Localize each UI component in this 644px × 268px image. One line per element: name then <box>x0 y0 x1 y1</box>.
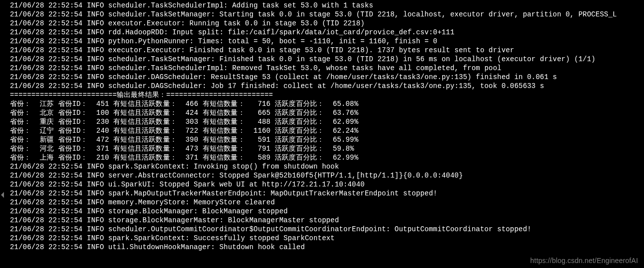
log-line: 省份： 重庆 省份ID： 230 有短信且活跃数量： 303 有短信数量： 48… <box>10 117 644 126</box>
log-line: 21/06/28 22:52:54 INFO scheduler.DAGSche… <box>10 73 644 82</box>
log-line: 21/06/28 22:52:54 INFO scheduler.OutputC… <box>10 225 644 234</box>
log-line: =========================输出最终结果：========… <box>10 90 644 99</box>
log-line: 21/06/28 22:52:54 INFO spark.MapOutputTr… <box>10 189 644 198</box>
log-line: 省份： 上海 省份ID： 210 有短信且活跃数量： 371 有短信数量： 58… <box>10 153 644 162</box>
log-line: 21/06/28 22:52:54 INFO util.ShutdownHook… <box>10 243 644 252</box>
log-line: 21/06/28 22:52:54 INFO spark.SparkContex… <box>10 162 644 171</box>
log-line: 21/06/28 22:52:54 INFO scheduler.TaskSet… <box>10 10 644 19</box>
svg-marker-0 <box>1 192 4 198</box>
log-line: 21/06/28 22:52:54 INFO scheduler.TaskSet… <box>10 55 644 64</box>
log-line: 省份： 江苏 省份ID： 451 有短信且活跃数量： 466 有短信数量： 71… <box>10 99 644 108</box>
log-line: 21/06/28 22:52:54 INFO scheduler.DAGSche… <box>10 82 644 90</box>
log-line: 21/06/28 22:52:54 INFO python.PythonRunn… <box>10 37 644 46</box>
log-line: 21/06/28 22:52:54 INFO spark.SparkContex… <box>10 234 644 243</box>
log-line: 21/06/28 22:52:54 INFO executor.Executor… <box>10 19 644 28</box>
log-line: 21/06/28 22:52:54 INFO rdd.HadoopRDD: In… <box>10 28 644 37</box>
log-line: 21/06/28 22:52:54 INFO scheduler.TaskSch… <box>10 64 644 73</box>
left-arrow-icon <box>0 192 5 197</box>
log-line: 21/06/28 22:52:54 INFO scheduler.TaskSch… <box>10 1 644 10</box>
log-line: 21/06/28 22:52:54 INFO server.AbstractCo… <box>10 171 644 180</box>
log-line: 省份： 河北 省份ID： 371 有短信且活跃数量： 473 有短信数量： 79… <box>10 144 644 153</box>
log-line: 21/06/28 22:52:54 INFO storage.BlockMana… <box>10 216 644 225</box>
log-line: 省份： 北京 省份ID： 100 有短信且活跃数量： 424 有短信数量： 66… <box>10 108 644 117</box>
log-line: 21/06/28 22:52:54 INFO ui.SparkUI: Stopp… <box>10 180 644 189</box>
log-line: 省份： 新疆 省份ID： 472 有短信且活跃数量： 390 有短信数量： 59… <box>10 135 644 144</box>
terminal-output[interactable]: 21/06/28 22:52:54 INFO scheduler.TaskSch… <box>0 0 644 252</box>
log-line: 省份： 辽宁 省份ID： 240 有短信且活跃数量： 722 有短信数量： 11… <box>10 126 644 135</box>
log-line: 21/06/28 22:52:54 INFO storage.BlockMana… <box>10 207 644 216</box>
log-line: 21/06/28 22:52:54 INFO executor.Executor… <box>10 46 644 55</box>
log-line: 21/06/28 22:52:54 INFO memory.MemoryStor… <box>10 198 644 207</box>
